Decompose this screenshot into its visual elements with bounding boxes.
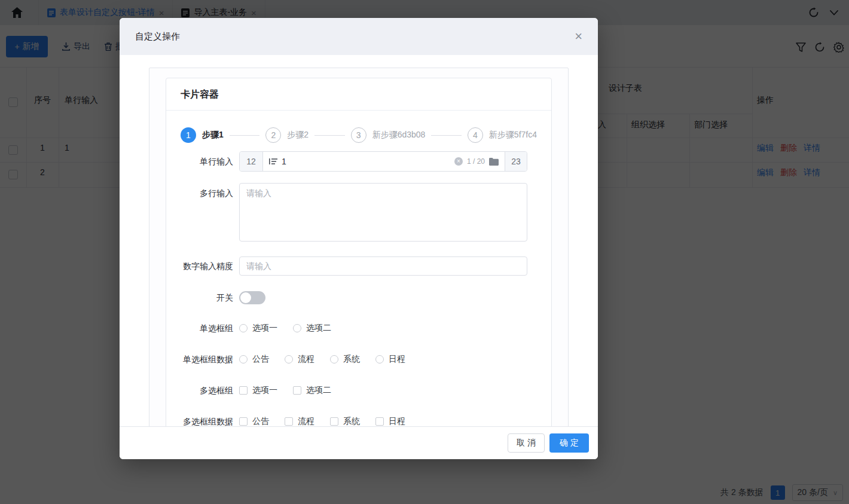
- card-body: 1 步骤1 2 步骤2 3 新步骤6d3b08: [166, 111, 551, 426]
- clear-icon[interactable]: ×: [454, 157, 463, 166]
- radio-option[interactable]: 日程: [375, 354, 405, 365]
- dialog-title: 自定义操作: [135, 31, 180, 42]
- step-1[interactable]: 1 步骤1: [181, 127, 224, 143]
- field-label: 多选框组数据: [181, 414, 233, 426]
- form-row-multi-line: 多行输入: [181, 183, 537, 244]
- field-label: 多选框组: [181, 383, 233, 398]
- folder-icon[interactable]: [489, 158, 499, 166]
- radio-option[interactable]: 系统: [330, 354, 360, 365]
- radio-option[interactable]: 选项一: [239, 323, 277, 334]
- form-row-checkbox-group: 多选框组 选项一 选项二: [181, 383, 537, 398]
- checkbox-icon: [293, 386, 301, 395]
- screen: 表单设计自定义按钮-详情 × 导入主表-业务 × + 新增 导出 批量删除: [0, 0, 849, 504]
- input-value[interactable]: 1: [282, 157, 450, 166]
- number-precision-input[interactable]: [239, 256, 527, 276]
- option-label: 选项一: [252, 385, 277, 396]
- step-label: 步骤2: [287, 130, 309, 140]
- checkbox-option[interactable]: 公告: [239, 416, 269, 426]
- step-connector: [230, 135, 260, 136]
- checkbox-icon: [330, 417, 338, 426]
- step-3[interactable]: 3 新步骤6d3b08: [351, 127, 426, 143]
- step-number: 4: [468, 127, 483, 143]
- input-append: 23: [505, 152, 527, 171]
- field-label: 开关: [181, 291, 233, 304]
- field-label: 单选框组数据: [181, 352, 233, 366]
- field-label: 多行输入: [181, 183, 233, 203]
- single-line-input[interactable]: 12 1 × 1 / 20 23: [239, 151, 527, 172]
- checkbox-icon: [285, 417, 293, 426]
- form-row-single-line: 单行输入 12 1 × 1 / 20: [181, 151, 537, 172]
- input-prepend: 12: [240, 152, 263, 171]
- step-2[interactable]: 2 步骤2: [265, 127, 309, 143]
- form-row-checkbox-group-data: 多选框组数据 公告 流程 系统 日程: [181, 414, 537, 426]
- close-icon[interactable]: ×: [575, 30, 582, 43]
- option-label: 日程: [389, 416, 405, 426]
- radio-icon: [375, 355, 384, 364]
- radio-icon: [330, 355, 338, 364]
- step-connector: [431, 135, 462, 136]
- checkbox-option[interactable]: 选项二: [293, 385, 331, 396]
- option-label: 选项二: [306, 323, 331, 334]
- checkbox-icon: [239, 417, 248, 426]
- checkbox-option[interactable]: 流程: [285, 416, 314, 426]
- checkbox-option[interactable]: 选项一: [239, 385, 277, 396]
- form-row-switch: 开关: [181, 291, 537, 304]
- checkbox-option[interactable]: 日程: [375, 416, 405, 426]
- radio-icon: [239, 355, 248, 364]
- radio-icon: [239, 324, 248, 332]
- input-prefix-icon: [269, 158, 277, 165]
- radio-icon: [293, 324, 301, 332]
- dialog-footer: 取 消 确 定: [120, 426, 598, 459]
- card-container: 卡片容器 1 步骤1 2 步骤2: [166, 78, 552, 426]
- checkbox-option[interactable]: 系统: [330, 416, 360, 426]
- form-panel: 卡片容器 1 步骤1 2 步骤2: [149, 68, 569, 426]
- option-label: 公告: [252, 354, 269, 365]
- radio-icon: [285, 355, 293, 364]
- step-number: 3: [351, 127, 367, 143]
- form-row-radio-group-data: 单选框组数据 公告 流程 系统 日程: [181, 352, 537, 366]
- step-number: 1: [181, 127, 196, 143]
- step-label: 新步骤5f7fc4: [489, 130, 537, 140]
- option-label: 系统: [343, 416, 360, 426]
- char-counter: 1 / 20: [467, 157, 485, 166]
- field-label: 单选框组: [181, 321, 233, 335]
- option-label: 系统: [343, 354, 360, 365]
- step-4[interactable]: 4 新步骤5f7fc4: [468, 127, 537, 143]
- step-label: 步骤1: [202, 130, 224, 140]
- radio-option[interactable]: 流程: [285, 354, 314, 365]
- form-row-radio-group: 单选框组 选项一 选项二: [181, 321, 537, 335]
- radio-option[interactable]: 公告: [239, 354, 269, 365]
- checkbox-icon: [375, 417, 384, 426]
- option-label: 流程: [298, 416, 314, 426]
- field-label: 数字输入精度: [181, 256, 233, 276]
- option-label: 选项一: [252, 323, 277, 334]
- form-row-number-precision: 数字输入精度: [181, 256, 537, 276]
- dialog-body: 卡片容器 1 步骤1 2 步骤2: [120, 55, 598, 426]
- steps-bar: 1 步骤1 2 步骤2 3 新步骤6d3b08: [181, 127, 537, 143]
- field-label: 单行输入: [181, 151, 233, 172]
- confirm-button[interactable]: 确 定: [549, 433, 589, 453]
- card-title: 卡片容器: [166, 78, 551, 111]
- dialog-header: 自定义操作 ×: [120, 18, 598, 55]
- step-connector: [314, 135, 345, 136]
- cancel-button[interactable]: 取 消: [508, 433, 545, 453]
- option-label: 公告: [252, 416, 269, 426]
- step-number: 2: [265, 127, 281, 143]
- custom-action-dialog: 自定义操作 × 卡片容器 1 步骤1: [120, 18, 598, 459]
- checkbox-icon: [239, 386, 248, 395]
- multi-line-textarea[interactable]: [239, 183, 527, 242]
- option-label: 流程: [298, 354, 314, 365]
- switch-toggle[interactable]: [239, 291, 265, 304]
- switch-knob: [240, 292, 251, 303]
- option-label: 日程: [389, 354, 405, 365]
- step-label: 新步骤6d3b08: [372, 130, 426, 140]
- option-label: 选项二: [306, 385, 331, 396]
- radio-option[interactable]: 选项二: [293, 323, 331, 334]
